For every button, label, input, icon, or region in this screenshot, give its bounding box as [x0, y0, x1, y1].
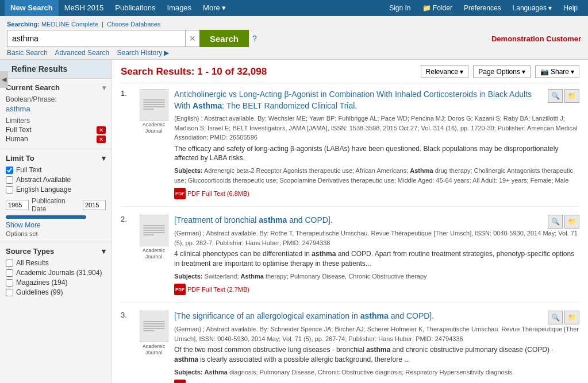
source-types-label: Source Types: [6, 247, 54, 256]
result-meta-2: (German) ; Abstract available. By: Rothe…: [174, 229, 579, 247]
result-actions-3: PDF PDF Full Text (845.9KB): [174, 380, 579, 383]
sidebar-collapse-button[interactable]: ◀: [0, 71, 8, 88]
pdf-link-1[interactable]: PDF PDF Full Text (6.8MB): [174, 188, 249, 199]
languages-link[interactable]: Languages ▾: [507, 0, 558, 16]
result-actions-1: PDF PDF Full Text (6.8MB): [174, 188, 579, 199]
limiter-human: Human ✕: [6, 135, 106, 143]
pdf-link-3[interactable]: PDF PDF Full Text (845.9KB): [174, 380, 255, 383]
limit-to-chevron: ▾: [102, 154, 106, 163]
full-text-checkbox[interactable]: [6, 167, 13, 174]
result-type-1: AcademicJournal: [143, 122, 166, 134]
limit-to-label: Limit To: [6, 154, 34, 163]
result-abstract-2: 4 clinical phenotypes can be differentia…: [174, 249, 579, 269]
folder-link[interactable]: 📁 Folder: [417, 0, 458, 16]
result-subjects-1: Subjects: Adrenergic beta-2 Receptor Ago…: [174, 166, 579, 185]
result-thumb-1: AcademicJournal: [138, 89, 170, 199]
sign-in-link[interactable]: Sign In: [383, 0, 416, 16]
results-title: Search Results: 1 - 10 of 32,098: [121, 66, 267, 78]
options-set-label: Options set: [6, 230, 106, 237]
result-abstract-1: The efficacy and safety of long-acting β…: [174, 144, 579, 164]
publications-link[interactable]: Publications: [109, 0, 161, 16]
search-button[interactable]: Search: [199, 30, 249, 47]
result-title-2[interactable]: [Treatment of bronchial asthma and COPD]…: [174, 215, 333, 226]
result-preview-btn-1[interactable]: 🔍: [548, 89, 563, 103]
page-options-dropdown[interactable]: Page Options ▾: [473, 65, 531, 78]
result-preview-btn-2[interactable]: 🔍: [548, 215, 563, 229]
mesh-link[interactable]: MeSH 2015: [59, 0, 110, 16]
remove-human-button[interactable]: ✕: [97, 136, 106, 143]
result-type-3: AcademicJournal: [143, 343, 166, 356]
main-layout: ◀ Refine Results Current Search ▾ Boolea…: [0, 60, 588, 383]
search-header: Searching: MEDLINE Complete | Choose Dat…: [0, 16, 588, 60]
english-checkbox-item: English Language: [6, 185, 106, 194]
result-item-3: 3. AcademicJournal [The significance of …: [121, 311, 579, 383]
refine-results-header: Refine Results: [0, 60, 112, 79]
demo-customer-label: Demonstration Customer: [491, 34, 581, 43]
result-meta-3: (German) ; Abstract available. By: Schne…: [174, 324, 579, 343]
database-link[interactable]: MEDLINE Complete: [41, 21, 98, 28]
pdf-link-2[interactable]: PDF PDF Full Text (2.7MB): [174, 284, 249, 295]
remove-full-text-button[interactable]: ✕: [97, 126, 106, 134]
academic-journals-item: Academic Journals (31,904): [6, 269, 106, 277]
result-meta-1: (English) ; Abstract available. By: Wech…: [174, 114, 579, 142]
result-actions-2: PDF PDF Full Text (2.7MB): [174, 284, 579, 295]
sidebar: ◀ Refine Results Current Search ▾ Boolea…: [0, 60, 112, 383]
more-link[interactable]: More ▾: [197, 0, 232, 16]
result-preview-btn-3[interactable]: 🔍: [548, 311, 563, 324]
source-types-section: Source Types ▾ All Results Academic Jour…: [0, 242, 112, 303]
result-subjects-3: Subjects: Asthma diagnosis; Pulmonary Di…: [174, 367, 579, 377]
all-results-item: All Results: [6, 259, 106, 267]
limit-to-section: Limit To ▾ Full Text Abstract Available …: [0, 149, 112, 242]
result-item-2: 2. AcademicJournal [Treatment of bronchi…: [121, 215, 579, 303]
result-title-1[interactable]: Anticholinergic vs Long-Acting β-Agonist…: [174, 89, 548, 111]
relevance-dropdown[interactable]: Relevance ▾: [421, 65, 469, 78]
academic-journals-checkbox[interactable]: [6, 269, 13, 277]
advanced-search-link[interactable]: Advanced Search: [55, 49, 109, 57]
result-content-2: [Treatment of bronchial asthma and COPD]…: [174, 215, 579, 295]
date-range: Publication Date: [6, 197, 106, 213]
limiter-full-text: Full Text ✕: [6, 126, 106, 134]
basic-search-link[interactable]: Basic Search: [7, 49, 48, 57]
result-number-1: 1.: [121, 89, 131, 199]
result-subjects-2: Subjects: Switzerland; Asthma therapy; P…: [174, 272, 579, 281]
search-clear-button[interactable]: ✕: [185, 30, 199, 47]
all-results-checkbox[interactable]: [6, 260, 13, 267]
searching-label: Searching: MEDLINE Complete | Choose Dat…: [7, 21, 257, 28]
result-number-2: 2.: [121, 215, 131, 295]
abstract-checkbox[interactable]: [6, 176, 13, 184]
current-search-label: Current Search: [6, 83, 60, 92]
search-input[interactable]: [7, 30, 185, 47]
date-slider[interactable]: [6, 215, 86, 219]
result-save-btn-1[interactable]: 📁: [564, 89, 579, 103]
show-more-link[interactable]: Show More: [6, 221, 106, 229]
result-save-btn-3[interactable]: 📁: [564, 311, 579, 324]
english-checkbox[interactable]: [6, 186, 13, 194]
current-query-value[interactable]: asthma: [6, 105, 30, 113]
result-content-1: Anticholinergic vs Long-Acting β-Agonist…: [174, 89, 579, 199]
result-number-3: 3.: [121, 311, 131, 383]
magazines-checkbox[interactable]: [6, 279, 13, 287]
result-save-btn-2[interactable]: 📁: [564, 215, 579, 229]
results-panel: Search Results: 1 - 10 of 32,098 Relevan…: [112, 60, 588, 383]
search-history-link[interactable]: Search History ▶: [117, 49, 169, 57]
date-start-input[interactable]: [6, 200, 29, 210]
limiters-label: Limiters: [6, 117, 106, 125]
guidelines-checkbox[interactable]: [6, 289, 13, 296]
pub-date-label: Publication Date: [32, 197, 80, 213]
preferences-link[interactable]: Preferences: [458, 0, 507, 16]
share-button[interactable]: 📷 Share ▾: [535, 65, 579, 78]
search-help-icon[interactable]: ?: [252, 34, 257, 43]
help-link[interactable]: Help: [558, 0, 583, 16]
date-end-input[interactable]: [83, 200, 106, 210]
result-item-1: 1. AcademicJournal Anticholinergic vs Lo…: [121, 89, 579, 207]
boolean-phrase-label: Boolean/Phrase:: [6, 95, 106, 103]
choose-db-link[interactable]: Choose Databases: [107, 21, 161, 28]
new-search-link[interactable]: New Search: [5, 0, 59, 16]
result-thumb-3: AcademicJournal: [138, 311, 170, 383]
images-link[interactable]: Images: [161, 0, 197, 16]
result-abstract-3: Of the two most common obstructive lung …: [174, 345, 579, 365]
results-controls: Relevance ▾ Page Options ▾ 📷 Share ▾: [421, 65, 579, 78]
top-navigation: New Search MeSH 2015 Publications Images…: [0, 0, 588, 16]
current-search-chevron: ▾: [102, 84, 106, 92]
result-title-3[interactable]: [The significance of an allergological e…: [174, 311, 434, 322]
